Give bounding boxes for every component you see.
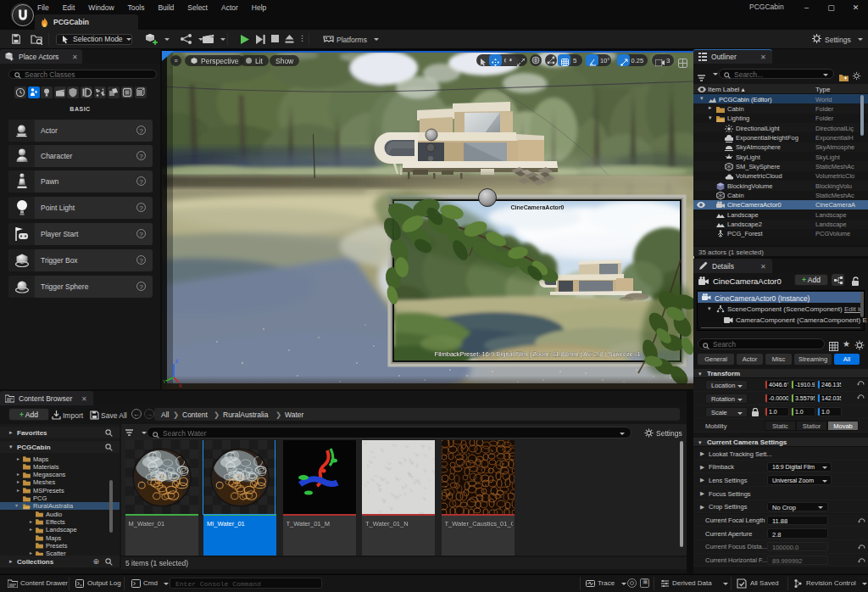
svg-text:FilmbackPreset: 16:9 Digital F: FilmbackPreset: 16:9 Digital Film | Zoom… <box>435 350 641 358</box>
svg-text:Z: Z <box>175 359 179 364</box>
svg-text:CineCameraActor0: CineCameraActor0 <box>510 204 564 210</box>
svg-text:X: X <box>179 383 182 388</box>
svg-text:Y: Y <box>163 379 166 384</box>
